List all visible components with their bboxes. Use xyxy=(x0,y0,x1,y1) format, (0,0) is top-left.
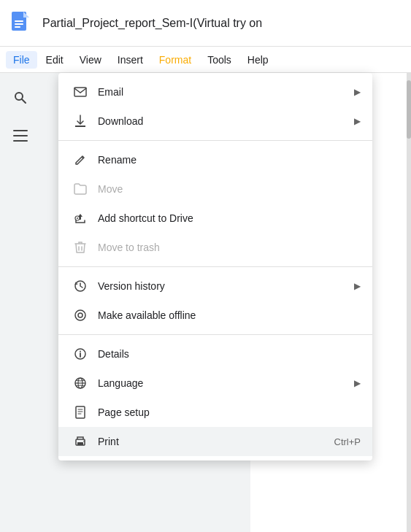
details-icon xyxy=(70,347,91,361)
add-shortcut-item[interactable]: Add shortcut to Drive xyxy=(58,204,372,233)
file-dropdown: Email ▶ Download ▶ Rename Move xyxy=(58,73,372,460)
download-item[interactable]: Download ▶ xyxy=(58,107,372,136)
divider-3 xyxy=(58,334,372,335)
version-history-arrow: ▶ xyxy=(354,281,361,291)
svg-point-13 xyxy=(75,310,85,320)
menu-file[interactable]: File xyxy=(6,51,37,69)
svg-rect-4 xyxy=(15,26,20,28)
menu-bar: File Edit View Insert Format Tools Help xyxy=(0,47,411,73)
search-icon[interactable] xyxy=(7,85,34,111)
divider-2 xyxy=(58,266,372,267)
print-label: Print xyxy=(98,436,323,447)
move-to-trash-label: Move to trash xyxy=(98,242,361,253)
menu-format[interactable]: Format xyxy=(152,51,199,69)
rename-icon xyxy=(70,154,91,166)
details-item[interactable]: Details xyxy=(58,339,372,369)
top-bar: Partial_Project_report_Sem-I(Virtual try… xyxy=(0,0,411,47)
divider-1 xyxy=(58,140,372,141)
scrollbar[interactable] xyxy=(407,73,411,532)
add-shortcut-label: Add shortcut to Drive xyxy=(98,212,361,224)
left-sidebar xyxy=(0,73,41,149)
svg-rect-19 xyxy=(76,406,85,418)
menu-edit[interactable]: Edit xyxy=(39,51,71,69)
offline-label: Make available offline xyxy=(98,309,361,321)
trash-icon xyxy=(70,241,91,254)
svg-rect-10 xyxy=(74,88,86,96)
move-label: Move xyxy=(98,183,361,195)
svg-point-22 xyxy=(83,441,85,442)
email-label: Email xyxy=(98,86,348,98)
page-setup-icon xyxy=(70,406,91,419)
menu-help[interactable]: Help xyxy=(240,51,276,69)
svg-rect-9 xyxy=(13,140,28,142)
svg-rect-21 xyxy=(77,442,83,445)
move-item: Move xyxy=(58,174,372,204)
version-history-icon xyxy=(70,280,91,293)
language-item[interactable]: Language ▶ xyxy=(58,369,372,398)
svg-rect-3 xyxy=(15,23,23,25)
svg-point-14 xyxy=(78,313,82,317)
rename-label: Rename xyxy=(98,154,361,166)
menu-tools[interactable]: Tools xyxy=(200,51,239,69)
email-icon xyxy=(70,87,91,97)
svg-point-16 xyxy=(80,351,81,352)
download-icon xyxy=(70,115,91,128)
add-shortcut-icon xyxy=(70,212,91,225)
menu-insert[interactable]: Insert xyxy=(110,51,150,69)
move-to-trash-item: Move to trash xyxy=(58,233,372,262)
offline-item[interactable]: Make available offline xyxy=(58,301,372,330)
language-icon xyxy=(70,377,91,390)
page-setup-label: Page setup xyxy=(98,406,361,418)
language-label: Language xyxy=(98,377,348,389)
menu-view[interactable]: View xyxy=(72,51,109,69)
download-arrow: ▶ xyxy=(354,116,361,126)
rename-item[interactable]: Rename xyxy=(58,145,372,174)
svg-line-6 xyxy=(22,99,26,103)
print-item[interactable]: Print Ctrl+P xyxy=(58,427,372,456)
language-arrow: ▶ xyxy=(354,378,361,388)
download-label: Download xyxy=(98,115,348,127)
email-item[interactable]: Email ▶ xyxy=(58,77,372,107)
svg-rect-8 xyxy=(13,135,28,136)
details-label: Details xyxy=(98,348,361,360)
doc-title: Partial_Project_report_Sem-I(Virtual try… xyxy=(42,17,262,30)
version-history-item[interactable]: Version history ▶ xyxy=(58,271,372,301)
scrollbar-thumb[interactable] xyxy=(407,80,411,139)
svg-rect-7 xyxy=(13,130,28,131)
print-shortcut: Ctrl+P xyxy=(334,436,361,447)
app-icon xyxy=(9,10,35,36)
svg-rect-2 xyxy=(15,20,23,22)
version-history-label: Version history xyxy=(98,280,348,292)
email-arrow: ▶ xyxy=(354,87,361,97)
move-icon xyxy=(70,183,91,195)
print-icon xyxy=(70,436,91,447)
offline-icon xyxy=(70,309,91,322)
menu-lines-icon[interactable] xyxy=(7,123,34,149)
page-setup-item[interactable]: Page setup xyxy=(58,398,372,427)
